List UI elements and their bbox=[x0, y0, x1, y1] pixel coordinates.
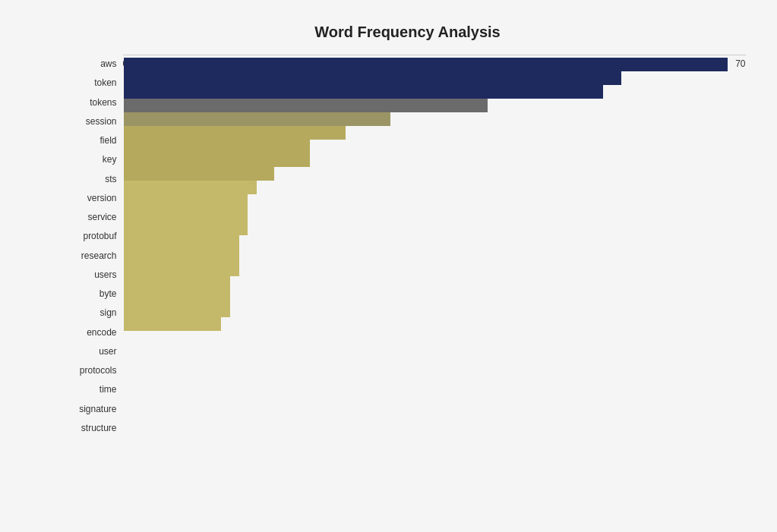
y-axis-label-protobuf: protobuf bbox=[70, 231, 117, 241]
bar-row-protobuf bbox=[124, 181, 746, 194]
bar-user bbox=[124, 263, 239, 276]
bars-container bbox=[124, 55, 746, 61]
bar-version bbox=[124, 153, 311, 167]
bar-sts bbox=[124, 140, 311, 153]
bar-structure bbox=[124, 317, 222, 331]
bar-tokens bbox=[124, 85, 604, 99]
y-axis-label-encode: encode bbox=[70, 328, 117, 337]
bar-sign bbox=[124, 235, 239, 249]
bar-byte bbox=[124, 222, 248, 235]
y-axis-label-research: research bbox=[70, 251, 117, 260]
bar-row-user bbox=[124, 263, 746, 276]
bar-service bbox=[124, 167, 275, 181]
y-axis-label-protocols: protocols bbox=[70, 366, 117, 375]
y-axis-label-signature: signature bbox=[70, 405, 117, 414]
y-axis-label-key: key bbox=[70, 155, 117, 164]
bar-row-structure bbox=[124, 317, 746, 331]
bar-row-token bbox=[124, 71, 746, 85]
bar-row-protocols bbox=[124, 276, 746, 290]
y-axis-label-sts: sts bbox=[70, 175, 117, 184]
bar-row-tokens bbox=[124, 85, 746, 99]
bar-protocols bbox=[124, 276, 230, 290]
bar-row-encode bbox=[124, 249, 746, 263]
y-axis-label-token: token bbox=[70, 78, 117, 87]
y-axis-label-tokens: tokens bbox=[70, 98, 117, 107]
chart-title: Word Frequency Analysis bbox=[70, 24, 746, 41]
y-axis-label-sign: sign bbox=[70, 308, 117, 317]
bar-aws bbox=[124, 58, 728, 71]
bar-row-users bbox=[124, 208, 746, 222]
bar-row-time bbox=[124, 290, 746, 304]
bar-row-research bbox=[124, 194, 746, 208]
bar-row-byte bbox=[124, 222, 746, 235]
bar-field bbox=[124, 112, 390, 126]
bar-signature bbox=[124, 304, 230, 317]
bar-token bbox=[124, 71, 621, 85]
y-axis-label-service: service bbox=[70, 212, 117, 222]
bar-time bbox=[124, 290, 230, 304]
bar-row-signature bbox=[124, 304, 746, 317]
y-axis: awstokentokenssessionfieldkeystsversions… bbox=[70, 55, 123, 438]
chart-container: Word Frequency Analysis awstokentokensse… bbox=[9, 8, 769, 524]
bar-encode bbox=[124, 249, 239, 263]
bar-row-sign bbox=[124, 235, 746, 249]
y-axis-label-users: users bbox=[70, 270, 117, 279]
plot-area bbox=[123, 55, 746, 55]
bar-research bbox=[124, 194, 248, 208]
y-axis-label-session: session bbox=[70, 117, 117, 126]
bar-key bbox=[124, 126, 346, 140]
y-axis-label-version: version bbox=[70, 194, 117, 203]
y-axis-label-time: time bbox=[70, 385, 117, 394]
bar-row-key bbox=[124, 126, 746, 140]
y-axis-label-user: user bbox=[70, 347, 117, 356]
bar-row-aws bbox=[124, 58, 746, 71]
bar-row-sts bbox=[124, 140, 746, 153]
y-axis-label-byte: byte bbox=[70, 289, 117, 298]
bar-row-version bbox=[124, 153, 746, 167]
y-axis-label-field: field bbox=[70, 136, 117, 145]
bar-row-service bbox=[124, 167, 746, 181]
bar-row-session bbox=[124, 99, 746, 112]
bar-session bbox=[124, 99, 488, 112]
bar-row-field bbox=[124, 112, 746, 126]
bar-users bbox=[124, 208, 248, 222]
bar-protobuf bbox=[124, 181, 257, 194]
y-axis-label-structure: structure bbox=[70, 423, 117, 433]
y-axis-label-aws: aws bbox=[70, 59, 117, 68]
